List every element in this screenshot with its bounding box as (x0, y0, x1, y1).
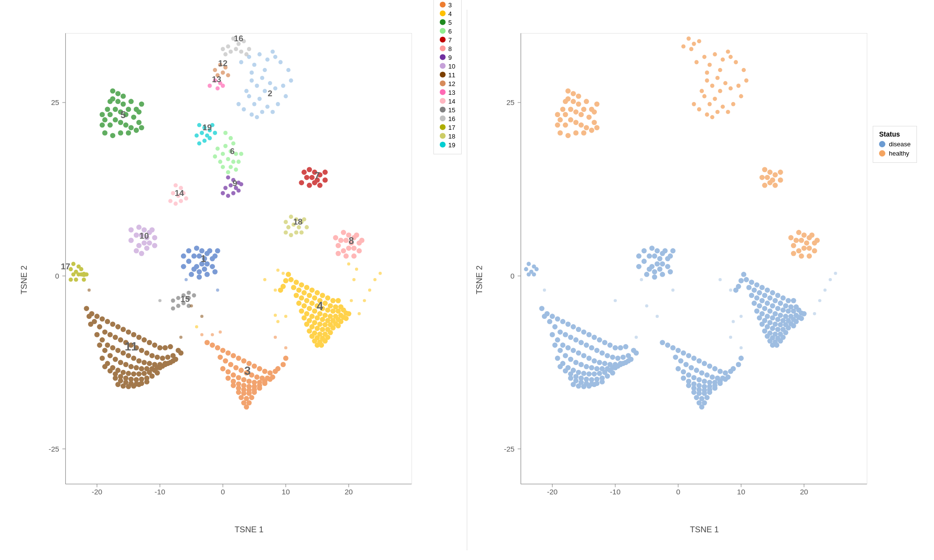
svg-point-536 (200, 315, 203, 317)
svg-point-956 (645, 304, 648, 307)
svg-point-632 (571, 91, 576, 96)
svg-point-960 (729, 336, 732, 339)
svg-point-338 (139, 366, 144, 371)
svg-point-792 (718, 368, 723, 374)
svg-point-445 (281, 362, 286, 367)
svg-point-720 (586, 355, 592, 361)
svg-point-849 (765, 287, 770, 293)
svg-text:-25: -25 (504, 445, 515, 453)
svg-point-80 (113, 106, 118, 112)
svg-point-871 (780, 307, 786, 313)
svg-text:-20: -20 (547, 488, 557, 496)
svg-point-453 (315, 290, 320, 296)
svg-point-601 (710, 115, 715, 120)
svg-point-337 (134, 365, 139, 370)
svg-point-584 (729, 55, 733, 59)
svg-point-535 (190, 304, 193, 307)
svg-point-401 (238, 368, 244, 373)
right-x-axis-label: TSNE 1 (690, 525, 719, 534)
svg-point-321 (136, 358, 142, 364)
svg-point-479 (302, 303, 307, 309)
svg-point-852 (780, 296, 786, 301)
svg-point-84 (113, 117, 118, 122)
svg-point-83 (108, 112, 113, 117)
svg-point-977 (527, 272, 531, 277)
svg-point-319 (126, 353, 131, 358)
svg-point-606 (731, 102, 736, 106)
svg-point-716 (565, 345, 571, 350)
svg-point-22 (273, 55, 278, 59)
svg-point-642 (573, 130, 578, 136)
svg-point-106 (118, 130, 123, 136)
svg-point-157 (309, 175, 315, 180)
svg-point-335 (123, 362, 128, 367)
svg-point-859 (767, 296, 772, 301)
svg-point-94 (128, 99, 134, 104)
svg-point-316 (110, 345, 115, 350)
svg-point-387 (225, 350, 231, 356)
svg-point-216 (134, 232, 139, 238)
svg-point-702 (578, 340, 584, 345)
svg-point-31 (273, 86, 278, 90)
svg-point-438 (249, 395, 254, 400)
legend-item-14: 14 (440, 97, 455, 105)
svg-text:10: 10 (282, 488, 290, 496)
legend-item-17: 17 (440, 123, 455, 131)
svg-point-652 (801, 232, 807, 238)
svg-point-591 (710, 84, 715, 88)
legend-healthy: healthy (879, 150, 911, 157)
svg-point-432 (236, 390, 241, 395)
svg-point-623 (584, 125, 589, 130)
legend-disease-label: disease (889, 140, 911, 148)
svg-point-809 (691, 375, 697, 380)
svg-point-640 (557, 130, 563, 136)
svg-point-47 (289, 78, 293, 83)
svg-point-183 (287, 225, 291, 229)
svg-point-972 (527, 262, 531, 266)
svg-text:-20: -20 (91, 488, 102, 496)
svg-point-768 (610, 370, 615, 376)
svg-point-731 (557, 348, 563, 353)
svg-point-61 (244, 52, 249, 56)
svg-point-843 (736, 362, 741, 367)
svg-text:18: 18 (293, 217, 303, 227)
svg-point-551 (358, 312, 360, 315)
svg-point-436 (238, 395, 244, 400)
svg-point-722 (597, 360, 602, 365)
svg-point-359 (108, 368, 113, 373)
svg-point-877 (762, 306, 768, 311)
svg-point-555 (347, 262, 350, 265)
svg-point-681 (550, 314, 555, 319)
svg-point-506 (343, 316, 349, 321)
svg-point-915 (783, 330, 789, 335)
svg-point-961 (739, 346, 742, 349)
svg-point-625 (557, 117, 563, 122)
svg-point-806 (676, 366, 681, 371)
svg-point-866 (754, 296, 759, 301)
svg-point-248 (181, 253, 186, 259)
svg-point-322 (142, 360, 147, 365)
svg-point-102 (100, 112, 105, 117)
svg-point-850 (770, 290, 775, 296)
svg-point-131 (231, 159, 235, 164)
svg-point-869 (770, 303, 775, 309)
svg-point-954 (640, 278, 643, 281)
svg-point-617 (573, 109, 578, 115)
svg-point-644 (589, 128, 594, 133)
svg-point-460 (302, 290, 307, 296)
svg-point-23 (263, 68, 267, 72)
svg-point-829 (712, 385, 718, 391)
svg-point-899 (778, 322, 783, 327)
svg-point-135 (236, 159, 241, 164)
svg-point-116 (195, 133, 199, 138)
svg-point-132 (218, 159, 222, 164)
right-y-axis-label-container: TSNE 2 (470, 265, 489, 295)
svg-point-756 (612, 365, 618, 370)
svg-point-101 (139, 102, 144, 107)
svg-point-390 (241, 358, 247, 364)
svg-point-911 (762, 328, 768, 333)
svg-point-221 (149, 227, 155, 232)
svg-point-133 (221, 165, 225, 169)
svg-text:2: 2 (268, 88, 272, 98)
svg-point-554 (355, 267, 358, 270)
